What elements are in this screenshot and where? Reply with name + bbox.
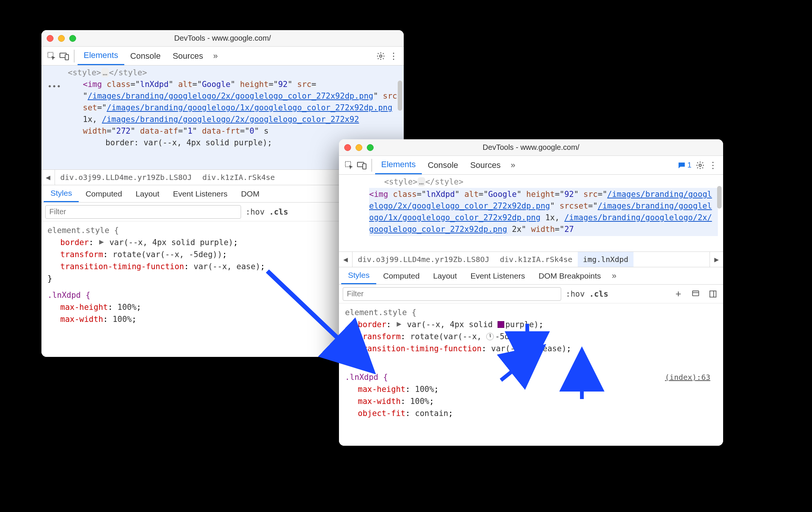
more-subtabs-icon[interactable]: » <box>608 270 621 282</box>
selector-element-style: element.style { <box>345 306 717 318</box>
more-tabs-icon[interactable]: » <box>209 50 222 62</box>
filter-input[interactable] <box>45 205 241 219</box>
selector-lnxdpd: .lnXdpd { <box>345 373 388 382</box>
subtab-computed[interactable]: Computed <box>376 267 426 284</box>
styles-pane[interactable]: element.style { border: ▶ var(--x, 4px s… <box>339 303 723 446</box>
tab-sources[interactable]: Sources <box>166 47 209 65</box>
cls-toggle[interactable]: .cls <box>269 207 288 216</box>
svg-rect-8 <box>693 291 699 296</box>
styles-subtabs: Styles Computed Layout Event Listeners D… <box>339 267 723 285</box>
main-tabs: Elements Console Sources » 1 ⋮ <box>339 156 723 175</box>
subtab-computed[interactable]: Computed <box>79 185 129 202</box>
window-title: DevTools - www.google.com/ <box>339 143 723 152</box>
kebab-icon[interactable]: ⋮ <box>387 50 400 62</box>
tab-console[interactable]: Console <box>422 156 464 174</box>
subtab-dom[interactable]: DOM Breakpoints <box>532 267 608 284</box>
device-toggle-icon[interactable] <box>58 50 71 62</box>
collapsed-ellipsis-icon[interactable]: ••• <box>47 81 61 92</box>
crumb-b[interactable]: div.k1zIA.rSk4se <box>495 252 578 267</box>
hov-toggle[interactable]: :hov <box>566 290 585 299</box>
subtab-layout[interactable]: Layout <box>426 267 464 284</box>
devtools-window-right: DevTools - www.google.com/ Elements Cons… <box>339 139 723 446</box>
scrollbar-thumb[interactable] <box>717 186 722 209</box>
crumb-a[interactable]: div.o3j99.LLD4me.yr19Zb.LS8OJ <box>55 170 197 185</box>
titlebar: DevTools - www.google.com/ <box>41 30 404 47</box>
breadcrumb: ◀ div.o3j99.LLD4me.yr19Zb.LS8OJ div.k1zI… <box>339 251 723 267</box>
subtab-dom[interactable]: DOM <box>234 185 266 202</box>
settings-icon[interactable] <box>374 50 387 62</box>
svg-rect-9 <box>710 291 716 297</box>
crumb-right-icon[interactable]: ▶ <box>710 252 723 267</box>
inspect-icon[interactable] <box>45 50 58 62</box>
messages-badge[interactable]: 1 <box>675 161 694 169</box>
tab-sources[interactable]: Sources <box>464 156 507 174</box>
filter-input[interactable] <box>343 287 561 301</box>
crumb-b[interactable]: div.k1zIA.rSk4se <box>197 170 280 185</box>
tab-console[interactable]: Console <box>124 47 167 65</box>
easing-swatch-icon[interactable] <box>534 345 542 352</box>
inspect-icon[interactable] <box>343 159 356 172</box>
crumb-c[interactable]: img.lnXdpd <box>578 252 633 267</box>
svg-point-3 <box>380 55 382 57</box>
crumb-left-icon[interactable]: ◀ <box>41 170 55 185</box>
svg-point-7 <box>699 164 701 166</box>
cls-toggle[interactable]: .cls <box>589 290 609 299</box>
new-rule-icon[interactable]: + <box>672 288 685 300</box>
scrollbar-thumb[interactable] <box>398 81 402 111</box>
settings-icon[interactable] <box>694 159 707 172</box>
subtab-styles[interactable]: Styles <box>341 267 376 284</box>
main-tabs: Elements Console Sources » ⋮ <box>41 47 404 66</box>
subtab-styles[interactable]: Styles <box>44 185 79 202</box>
link-src[interactable]: /images/branding/googlelogo/2x/googlelog… <box>88 91 374 101</box>
crumb-left-icon[interactable]: ◀ <box>339 252 353 267</box>
device-toggle-icon[interactable] <box>356 159 368 172</box>
subtab-events[interactable]: Event Listeners <box>464 267 532 284</box>
tab-elements[interactable]: Elements <box>78 47 124 65</box>
filter-row: :hov .cls + <box>339 285 723 303</box>
window-title: DevTools - www.google.com/ <box>41 34 404 43</box>
subtab-events[interactable]: Event Listeners <box>166 185 234 202</box>
hov-toggle[interactable]: :hov <box>246 207 265 216</box>
svg-rect-2 <box>65 55 69 60</box>
computed-panel-icon[interactable] <box>707 288 719 300</box>
link-srcset1[interactable]: /images/branding/googlelogo/1x/googlelog… <box>107 103 392 112</box>
subtab-layout[interactable]: Layout <box>129 185 166 202</box>
color-swatch-icon[interactable] <box>498 321 504 328</box>
source-link[interactable]: (index):63 <box>665 371 710 383</box>
device-mode-icon[interactable] <box>689 288 702 300</box>
more-tabs-icon[interactable]: » <box>507 159 519 172</box>
dom-tree[interactable]: <style>…</style> <img class="lnXdpd" alt… <box>339 175 723 251</box>
svg-rect-6 <box>363 164 366 169</box>
inline-style-preview: border: var(--x, 4px solid purple); <box>83 138 272 147</box>
angle-swatch-icon[interactable] <box>486 333 494 340</box>
titlebar: DevTools - www.google.com/ <box>339 139 723 156</box>
link-srcset2[interactable]: /images/branding/googlelogo/2x/googlelog… <box>102 115 359 124</box>
crumb-a[interactable]: div.o3j99.LLD4me.yr19Zb.LS8OJ <box>353 252 495 267</box>
tab-elements[interactable]: Elements <box>375 156 422 174</box>
kebab-icon[interactable]: ⋮ <box>707 159 719 172</box>
